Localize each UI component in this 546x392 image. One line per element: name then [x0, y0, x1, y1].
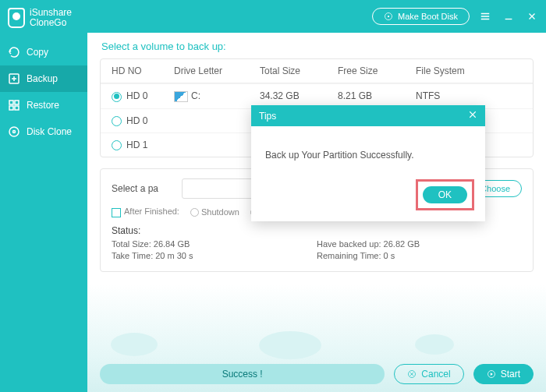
cell-hd: HD 0 — [126, 90, 147, 101]
shutdown-label: Shutdown — [201, 207, 239, 217]
svg-rect-2 — [15, 101, 19, 104]
main-area: Make Boot Disk Select a volume to back u… — [87, 0, 546, 392]
start-button[interactable]: Start — [473, 364, 534, 384]
col-total: Total Size — [260, 65, 338, 76]
progress-label: Success ! — [222, 369, 263, 380]
minimize-button[interactable] — [501, 9, 516, 24]
nav-copy-label: Copy — [27, 47, 48, 58]
after-finished-label: After Finished: — [124, 207, 179, 216]
bottom-bar: Success ! Cancel Start — [100, 364, 534, 384]
cell-free: 8.21 GB — [338, 90, 416, 101]
svg-rect-4 — [15, 106, 19, 110]
titlebar: Make Boot Disk — [87, 0, 546, 33]
cloud-decoration — [87, 317, 546, 356]
progress-bar: Success ! — [100, 364, 385, 384]
menu-button[interactable] — [477, 9, 493, 24]
radio-shutdown[interactable] — [190, 208, 199, 217]
radio-icon[interactable] — [112, 116, 122, 126]
cell-hd: HD 1 — [126, 139, 147, 150]
section-title: Select a volume to back up: — [100, 33, 534, 58]
dialog-close-button[interactable] — [468, 110, 477, 122]
col-hdno: HD NO — [112, 65, 174, 76]
nav-diskclone-label: Disk Clone — [27, 126, 72, 137]
tips-dialog: Tips Back up Your Partition Successfully… — [251, 105, 485, 221]
copy-icon — [8, 46, 20, 58]
nav-copy[interactable]: Copy — [0, 39, 87, 65]
status-total: Total Size: 26.84 GB — [112, 239, 317, 249]
svg-rect-3 — [9, 106, 13, 110]
svg-point-5 — [9, 127, 19, 136]
radio-icon[interactable] — [112, 92, 122, 102]
boot-disk-label: Make Boot Disk — [398, 12, 458, 21]
status-remain: Remaining Time: 0 s — [317, 251, 522, 260]
nav-restore-label: Restore — [27, 100, 59, 111]
col-fs: File System — [416, 65, 494, 76]
svg-point-8 — [388, 16, 389, 17]
after-finished-checkbox[interactable] — [112, 208, 121, 217]
col-free: Free Size — [338, 65, 416, 76]
status-heading: Status: — [112, 225, 522, 236]
nav-restore[interactable]: Restore — [0, 92, 87, 118]
ok-highlight: OK — [416, 179, 474, 210]
status-backed: Have backed up: 26.82 GB — [317, 239, 522, 249]
windows-flag-icon — [174, 91, 188, 102]
ok-button[interactable]: OK — [423, 186, 467, 203]
cell-drive: C: — [191, 90, 200, 101]
cancel-button[interactable]: Cancel — [394, 364, 463, 384]
close-icon — [468, 110, 477, 119]
app-name-2: CloneGo — [30, 18, 72, 28]
cell-total: 34.32 GB — [260, 90, 338, 101]
restore-icon — [8, 99, 20, 111]
close-button[interactable] — [524, 9, 540, 24]
nav-backup[interactable]: Backup — [0, 65, 87, 92]
make-boot-disk-button[interactable]: Make Boot Disk — [372, 8, 470, 25]
col-drive: Drive Letter — [174, 65, 260, 76]
diskclone-icon — [8, 125, 20, 138]
svg-point-6 — [13, 131, 16, 133]
play-icon — [487, 369, 496, 379]
cell-hd: HD 0 — [126, 115, 147, 126]
cell-fs: NTFS — [416, 90, 494, 101]
cancel-label: Cancel — [421, 369, 450, 380]
start-label: Start — [501, 369, 520, 380]
nav-backup-label: Backup — [27, 73, 58, 84]
backup-icon — [8, 72, 20, 85]
status-take: Take Time: 20 m 30 s — [112, 251, 317, 260]
sidebar: iSunshare CloneGo Copy Backup Restore Di… — [0, 0, 87, 392]
nav-diskclone[interactable]: Disk Clone — [0, 118, 87, 145]
disc-icon — [384, 12, 393, 21]
path-label: Select a pa — [112, 183, 158, 194]
cancel-icon — [407, 369, 417, 379]
dialog-title-text: Tips — [259, 111, 276, 122]
table-header: HD NO Drive Letter Total Size Free Size … — [101, 59, 533, 83]
app-logo: iSunshare CloneGo — [0, 0, 87, 39]
logo-icon — [8, 8, 25, 28]
dialog-message: Back up Your Partition Successfully. — [251, 126, 485, 179]
svg-rect-1 — [9, 101, 13, 104]
radio-icon[interactable] — [112, 140, 122, 150]
